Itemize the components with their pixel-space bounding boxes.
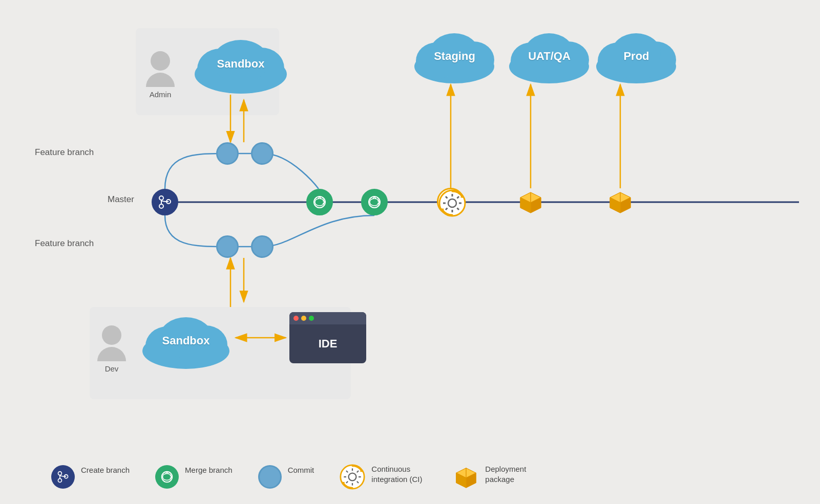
legend-ci: Continuous integration (CI) (340, 464, 428, 490)
staging-cloud: Staging (410, 28, 499, 84)
diagram-container: Admin Sandbox Dev Sandbox (0, 0, 820, 504)
admin-body (146, 73, 175, 87)
master-label: Master (108, 194, 134, 205)
deploy-node-1 (517, 188, 544, 215)
uatqa-cloud: UAT/QA (504, 28, 594, 84)
commit-lower-2 (251, 235, 274, 258)
ide-dot-red (293, 316, 299, 321)
legend: Create branch Merge branch Commit (51, 464, 541, 490)
legend-deploy: Deployment package (453, 464, 541, 490)
create-branch-node (152, 189, 178, 215)
ide-content: IDE (289, 324, 366, 363)
ide-label: IDE (319, 337, 338, 350)
ide-titlebar (289, 312, 366, 324)
legend-deploy-label: Deployment package (485, 464, 541, 484)
dev-label: Dev (105, 364, 119, 373)
admin-sandbox-label: Sandbox (217, 57, 265, 71)
merge-node-1 (306, 189, 333, 215)
legend-deploy-icon (453, 464, 479, 490)
legend-ci-label: Continuous integration (CI) (371, 464, 428, 484)
svg-point-32 (159, 196, 163, 200)
uatqa-label: UAT/QA (528, 50, 571, 63)
ci-node (437, 188, 465, 215)
dev-person: Dev (97, 325, 126, 373)
legend-merge-branch: Merge branch (155, 465, 233, 489)
feature-branch-upper-label: Feature branch (35, 147, 94, 158)
ide-dot-yellow (301, 316, 306, 321)
commit-upper-2 (251, 142, 274, 165)
ide-dot-green (309, 316, 314, 321)
dev-sandbox-label: Sandbox (162, 334, 210, 347)
deploy-node-2 (607, 188, 634, 215)
legend-ci-icon (340, 464, 365, 490)
admin-head (151, 51, 170, 71)
commit-upper-1 (216, 142, 239, 165)
dev-head (102, 325, 121, 345)
prod-cloud: Prod (592, 28, 681, 84)
commit-lower-1 (216, 235, 239, 258)
prod-label: Prod (623, 50, 649, 63)
dev-body (97, 347, 126, 361)
ide-window: IDE (289, 312, 366, 363)
legend-create-label: Create branch (81, 465, 130, 475)
svg-point-61 (58, 478, 61, 482)
legend-commit-label: Commit (288, 465, 314, 475)
svg-point-60 (58, 472, 61, 475)
legend-create-branch: Create branch (51, 465, 130, 489)
merge-node-2 (361, 189, 388, 215)
legend-commit: Commit (258, 465, 314, 489)
admin-label: Admin (150, 90, 172, 99)
legend-create-icon (51, 465, 75, 489)
feature-branch-lower-label: Feature branch (35, 238, 94, 249)
legend-commit-icon (258, 465, 282, 489)
admin-sandbox-cloud: Sandbox (190, 33, 292, 95)
dev-sandbox-cloud: Sandbox (137, 311, 235, 370)
svg-point-33 (159, 204, 163, 208)
staging-label: Staging (434, 50, 475, 63)
legend-merge-label: Merge branch (185, 465, 233, 475)
legend-merge-icon (155, 465, 179, 489)
admin-person: Admin (146, 51, 175, 99)
